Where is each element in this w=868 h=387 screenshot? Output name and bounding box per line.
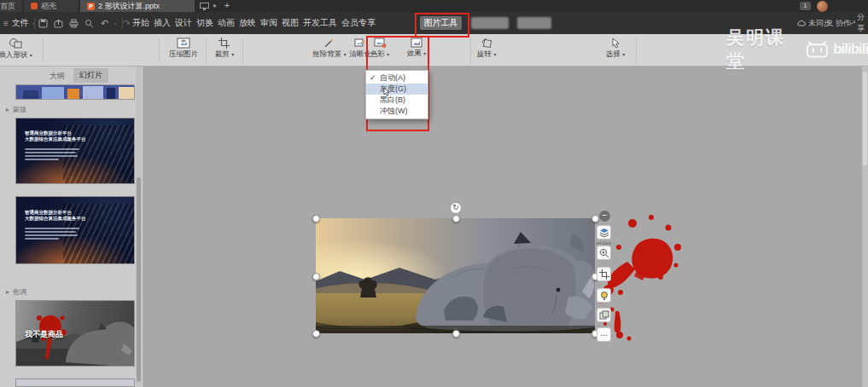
collab-button[interactable]: 协作	[826, 12, 851, 34]
resize-handle-nw[interactable]	[312, 215, 320, 222]
collapse-toolbar-button[interactable]: −	[599, 211, 610, 222]
tab-slides-label: 幻灯片	[79, 71, 102, 79]
section-collapse-icon	[5, 290, 10, 295]
tab-slides[interactable]: 幻灯片	[73, 68, 108, 83]
menu-item-blackwhite[interactable]: 黑白(B)	[366, 95, 428, 106]
menu-view[interactable]: 视图	[282, 12, 299, 34]
new-tab-button[interactable]: +	[220, 0, 234, 12]
menu-label: 动画	[218, 17, 235, 29]
insert-shape-button[interactable]: 插入形状 ▾	[0, 38, 39, 61]
sidebar-scrollbar-thumb[interactable]	[137, 177, 141, 382]
divider	[122, 17, 123, 29]
mouse-cursor-icon	[383, 87, 391, 97]
rotate-handle[interactable]: ↻	[450, 202, 462, 214]
lightbulb-icon	[599, 291, 609, 301]
avatar[interactable]	[817, 1, 828, 12]
undo-icon[interactable]: ↶	[99, 18, 110, 29]
compress-picture-label: 压缩图片	[169, 49, 198, 60]
slide-thumbnail-partial-bottom[interactable]	[15, 378, 135, 387]
menu-devtools[interactable]: 开发工具	[303, 12, 337, 34]
share-button[interactable]: 分享	[850, 12, 868, 34]
person-icon	[826, 20, 834, 27]
menu-item-label: 冲蚀(W)	[380, 106, 408, 117]
tab-home[interactable]: 首页	[0, 0, 22, 12]
resize-handle-sw[interactable]	[312, 330, 320, 338]
menu-animation[interactable]: 动画	[218, 12, 235, 34]
crop-button[interactable]: 裁剪 ▾	[210, 38, 239, 60]
section-label-mask[interactable]: 蒙版	[5, 105, 26, 114]
menu-label: 审阅	[260, 17, 277, 29]
tab-picture-tools[interactable]: 图片工具	[420, 16, 462, 30]
menu-transition[interactable]: 切换	[196, 12, 213, 34]
menu-start[interactable]: 开始	[132, 12, 149, 34]
tab-document[interactable]: P 2 形状设计算.pptx	[80, 0, 195, 12]
remove-background-button[interactable]: 抠除背景 ▾	[312, 38, 347, 60]
menu-design[interactable]: 设计	[175, 12, 192, 34]
tab-docer-label: 稻壳	[41, 1, 56, 12]
quick-access-toolbar: ↶▾ ↷ ⊽	[38, 12, 140, 34]
print-icon[interactable]	[68, 18, 79, 29]
tab-docer[interactable]: 稻壳	[24, 0, 79, 12]
selected-picture-rhino[interactable]	[316, 218, 595, 333]
copy-style-button[interactable]	[597, 308, 611, 322]
output-icon[interactable]	[53, 18, 64, 29]
slide-panel: 大纲 幻灯片 蒙版 智通商业数据分析平台 大数据综合算法集成服务平台	[0, 66, 143, 387]
present-mode-icon[interactable]	[200, 3, 209, 10]
wps-presentation-window: 首页 稻壳 P 2 形状设计算.pptx ● + 1 ≡ 文件 ▾	[0, 0, 868, 387]
select-button[interactable]: 选择 ▾	[603, 38, 628, 60]
undo-chevron-icon[interactable]: ▾	[114, 20, 117, 26]
more-options-button[interactable]: ⋯	[597, 327, 611, 342]
slide-thumbnail-rhino[interactable]: 我不是商品	[15, 300, 135, 367]
check-icon: ✓	[370, 73, 376, 82]
color-label: 色彩	[370, 49, 385, 58]
slide-title: 智通商业数据分析平台	[25, 210, 86, 216]
creative-edit-button[interactable]	[597, 288, 611, 303]
preview-icon[interactable]	[84, 18, 95, 29]
slide-thumbnail-2[interactable]: 智通商业数据分析平台 大数据综合算法集成服务平台	[15, 196, 135, 264]
share-icon	[850, 20, 855, 27]
resize-handle-s[interactable]	[452, 330, 460, 338]
menu-review[interactable]: 审阅	[260, 12, 277, 34]
tab-document-label: 2 形状设计算.pptx	[98, 1, 160, 12]
color-button[interactable]: 色彩 ▾	[369, 38, 391, 60]
titlebar: 首页 稻壳 P 2 形状设计算.pptx ● + 1	[0, 0, 868, 12]
tab-outline[interactable]: 大纲	[50, 71, 65, 82]
section-collapse-icon	[5, 107, 10, 113]
menu-member[interactable]: 会员专享	[341, 12, 376, 34]
effects-icon	[411, 38, 422, 48]
file-menu[interactable]: ≡ 文件 ▾	[3, 12, 35, 34]
menu-insert[interactable]: 插入	[154, 12, 171, 34]
insert-shape-label: 插入形状	[0, 50, 27, 59]
effects-button[interactable]: 效果 ▾	[406, 38, 427, 59]
save-icon[interactable]	[38, 18, 49, 29]
menu-slideshow[interactable]: 放映	[239, 12, 256, 34]
ribbon-toolbar: 插入形状 ▾ 添加图片▾ 替换图片 多图轮播▾ 图片拼接▾ 压缩图片 裁剪 ▾	[0, 34, 868, 66]
menu-item-auto[interactable]: ✓ 自动(A)	[366, 72, 428, 84]
section-label-tone[interactable]: 色调	[5, 287, 26, 297]
menu-item-grayscale[interactable]: 灰度(G)	[366, 84, 428, 95]
resize-handle-n[interactable]	[452, 215, 460, 222]
rotate-button[interactable]: 旋转 ▾	[475, 38, 498, 60]
notification-badge[interactable]: 1	[800, 2, 811, 10]
divider	[34, 17, 35, 29]
slide-title: 智通商业数据分析平台	[25, 130, 86, 136]
effects-label: 效果	[407, 49, 422, 57]
slide-thumbnail-1[interactable]: 智通商业数据分析平台 大数据综合算法集成服务平台	[15, 118, 135, 184]
clarify-icon	[354, 38, 366, 49]
menu-label: 插入	[154, 17, 171, 29]
layers-button[interactable]	[597, 225, 611, 240]
file-menu-label: 文件	[12, 17, 29, 29]
menubar: ≡ 文件 ▾ ↶▾ ↷ ⊽ 开始 插入 设计 切换 动画 放映 审阅 视图 开发…	[0, 12, 868, 34]
zoom-preview-button[interactable]	[597, 245, 611, 260]
divider	[636, 38, 637, 63]
menu-item-washout[interactable]: 冲蚀(W)	[366, 106, 428, 117]
canvas-scrollbar-thumb[interactable]	[863, 72, 867, 165]
resize-handle-w[interactable]	[312, 273, 320, 280]
select-cursor-icon	[610, 38, 620, 49]
crop-quick-button[interactable]	[597, 267, 611, 281]
docer-icon	[31, 3, 38, 9]
slide-caption: 我不是商品	[25, 329, 63, 340]
layers-icon	[599, 228, 609, 238]
slide-thumbnail-partial-top[interactable]	[15, 84, 135, 100]
compress-picture-button[interactable]: 压缩图片	[164, 38, 203, 60]
